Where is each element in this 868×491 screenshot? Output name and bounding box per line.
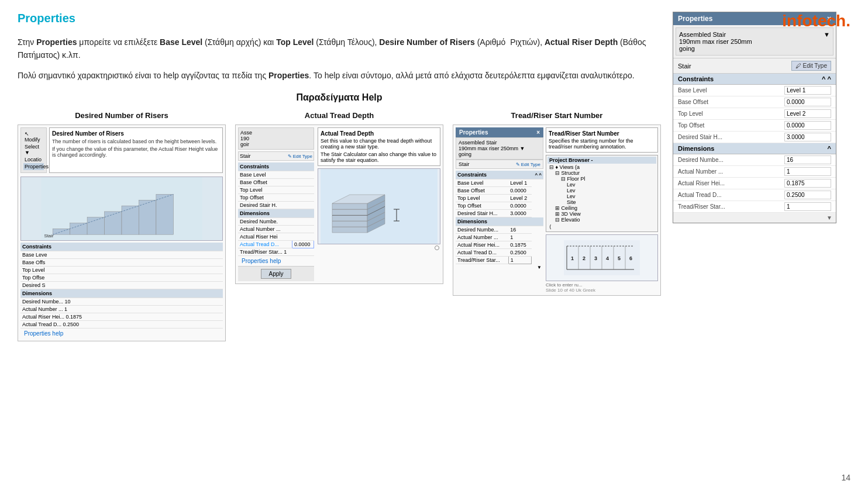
panel2-help-text2: The Stair Calculator can also change thi… xyxy=(321,151,438,163)
prop-constraints-expand[interactable]: ^ ^ xyxy=(822,75,831,82)
panel2-stair-row: Stair ✎ Edit Type xyxy=(238,151,314,161)
panel3-tooltip-text: Specifies the starting number for the tr… xyxy=(549,138,655,150)
prop-constraints-label: Constraints xyxy=(678,75,714,82)
prop-base-level-value[interactable]: Level 1 xyxy=(784,86,831,95)
prop-constraints-header: Constraints ^ ^ xyxy=(673,74,836,85)
prop-desired-stair-h-row: Desired Stair H... 3.0000 xyxy=(673,132,836,143)
panel1-help-text2: If you change the value of this paramete… xyxy=(52,146,220,158)
panel3-project-browser: Project Browser - ⊟ ♦ Views (a ⊟ Structu… xyxy=(546,155,658,232)
panel2-help-link[interactable]: Properties help xyxy=(238,256,314,266)
prop-desired-stair-h-value[interactable]: 3.0000 xyxy=(784,133,831,141)
prop-base-level-row: Base Level Level 1 xyxy=(673,85,836,96)
prop-desired-numbe-row: Desired Numbe... 16 xyxy=(673,154,836,166)
properties-panel-title: Properties xyxy=(678,15,712,23)
panel3-tooltip: Tread/Riser Start Number Specifies the s… xyxy=(546,127,658,153)
sidebar-modify[interactable]: ↖ Modify xyxy=(23,130,44,143)
panel2-apply-row: Apply xyxy=(238,266,314,281)
page-title: Properties xyxy=(18,12,661,25)
svg-text:1: 1 xyxy=(571,255,574,261)
prop-actual-riser-hei-value[interactable]: 0.1875 xyxy=(784,179,831,188)
panel3-props: Properties × Assembled Stair 190mm max r… xyxy=(456,127,543,293)
example-panel-1: Desired Number of Risers ↖ Modify Select… xyxy=(18,111,226,341)
prop-assembled-stair-info: Assembled Stair 190mm max riser 250mm go… xyxy=(679,31,752,52)
prop-top-offset-value[interactable]: 0.0000 xyxy=(784,121,831,130)
svg-text:4: 4 xyxy=(606,255,609,261)
prop-stair-spec: 190mm max riser 250mm xyxy=(679,38,752,45)
svg-rect-7 xyxy=(156,195,173,235)
sidebar-location[interactable]: Locatio xyxy=(23,156,44,163)
panel3-browser-content: ⊟ ♦ Views (a ⊟ Structur ⊟ Floor Pl Lev L… xyxy=(547,164,656,230)
panel3-close-icon[interactable]: × xyxy=(536,129,540,136)
logo-tech: tech. xyxy=(812,12,850,30)
example-panel-3: Tread/Riser Start Number Properties × xyxy=(453,111,661,341)
panel3-right: Tread/Riser Start Number Specifies the s… xyxy=(546,127,658,293)
panel1-help-link[interactable]: Properties help xyxy=(20,329,223,338)
prop-desired-numbe-value[interactable]: 16 xyxy=(784,155,831,164)
prop-tread-riser-star-label: Tread/Riser Star... xyxy=(678,203,784,210)
panel3-scroll-indicator: ▼ xyxy=(456,264,543,271)
prop-tread-riser-star-row: Tread/Riser Star... 1 xyxy=(673,201,836,213)
prop-scroll-down[interactable]: ▼ xyxy=(673,213,836,223)
prop-desired-stair-h-label: Desired Stair H... xyxy=(678,134,784,140)
prop-actual-riser-hei-row: Actual Riser Hei... 0.1875 xyxy=(673,178,836,189)
prop-top-offset-row: Top Offset 0.0000 xyxy=(673,120,836,132)
panel2-constraints-table: Constraints Base Level Base Offset Top L… xyxy=(238,162,314,256)
examples-row: Desired Number of Risers ↖ Modify Select… xyxy=(18,111,661,341)
panel3-tooltip-title: Tread/Riser Start Number xyxy=(549,130,655,137)
prop-actual-riser-hei-label: Actual Riser Hei... xyxy=(678,180,784,186)
stair-plan-svg: 1 2 3 4 5 6 xyxy=(564,240,640,275)
panel1-sidebar: ↖ Modify Select ▼ Locatio Properties xyxy=(20,127,47,173)
sidebar-select[interactable]: Select ▼ xyxy=(23,143,44,156)
prop-stair-type-box[interactable]: Assembled Stair 190mm max riser 250mm go… xyxy=(676,27,833,56)
prop-dropdown-arrow[interactable]: ▼ xyxy=(824,31,830,38)
svg-rect-4 xyxy=(105,212,122,234)
prop-base-level-label: Base Level xyxy=(678,87,784,94)
prop-actual-tread-d-label: Actual Tread D... xyxy=(678,192,784,198)
prop-top-level-row: Top Level Level 2 xyxy=(673,108,836,120)
prop-actual-number-row: Actual Number ... 1 xyxy=(673,166,836,178)
prop-dimensions-label: Dimensions xyxy=(678,145,714,152)
prop-base-offset-value[interactable]: 0.0000 xyxy=(784,98,831,106)
svg-rect-2 xyxy=(70,223,87,235)
panel3-constraints-table: Constraints^ ^ Base LevelLevel 1 Base Of… xyxy=(456,171,543,264)
svg-text:6: 6 xyxy=(629,255,632,261)
body-paragraph-2: Πολύ σημαντικό χαρακτηριστικό είναι το h… xyxy=(18,69,661,82)
panel3-stair-plan: 1 2 3 4 5 6 xyxy=(546,234,658,281)
panel1-help-title: Desired Number of Risers xyxy=(52,130,220,137)
panel2-help-3d: Actual Tread Depth Set this value to cha… xyxy=(318,127,440,281)
prop-top-level-value[interactable]: Level 2 xyxy=(784,109,831,118)
panel2-stair-type: Asse 190 goir xyxy=(238,127,314,150)
svg-marker-20 xyxy=(332,209,367,215)
prop-tread-riser-star-value[interactable]: 1 xyxy=(784,202,831,211)
panel2-help-text1: Set this value to change the tread depth… xyxy=(321,138,438,150)
panel3-stair-row: Stair ✎ Edit Type xyxy=(456,160,543,169)
infotech-logo: infotech. xyxy=(782,12,850,30)
svg-rect-5 xyxy=(122,206,139,234)
svg-text:Stair: Stair xyxy=(44,233,54,238)
prop-dimensions-expand[interactable]: ^ xyxy=(828,145,831,152)
prop-stair-type-row: Stair 🖊 Edit Type xyxy=(673,58,836,74)
svg-marker-17 xyxy=(332,215,367,221)
panel2-help-content: Actual Tread Depth Set this value to cha… xyxy=(318,127,440,166)
panel1-help-text1: The number of risers is calculated based… xyxy=(52,139,220,144)
stair-svg-1: Stair xyxy=(21,177,222,240)
panel3-stair-type: Assembled Stair 190mm max riser 250mm ▼ … xyxy=(456,137,543,160)
prop-edit-type-btn[interactable]: 🖊 Edit Type xyxy=(791,61,831,71)
svg-marker-11 xyxy=(332,227,367,233)
prop-actual-tread-d-value[interactable]: 0.2500 xyxy=(784,191,831,199)
stair-3d-svg xyxy=(321,168,438,244)
panel1-help-box: Desired Number of Risers The number of r… xyxy=(49,127,223,173)
prop-assembled-stair-name: Assembled Stair xyxy=(679,31,752,38)
prop-base-offset-row: Base Offset 0.0000 xyxy=(673,96,836,108)
prop-dimensions-header: Dimensions ^ xyxy=(673,143,836,154)
examples-heading: Παραδείγματα Help xyxy=(18,92,661,103)
sidebar-properties[interactable]: Properties xyxy=(23,163,44,170)
page-number: 14 xyxy=(841,473,850,482)
panel2-help-title: Actual Tread Depth xyxy=(321,130,438,137)
prop-actual-number-label: Actual Number ... xyxy=(678,168,784,175)
panel2-apply-btn[interactable]: Apply xyxy=(261,269,291,279)
panel1-title: Desired Number of Risers xyxy=(18,111,226,120)
prop-actual-number-value[interactable]: 1 xyxy=(784,167,831,176)
panel3-content: Properties × Assembled Stair 190mm max r… xyxy=(453,125,661,296)
svg-rect-3 xyxy=(87,217,104,234)
